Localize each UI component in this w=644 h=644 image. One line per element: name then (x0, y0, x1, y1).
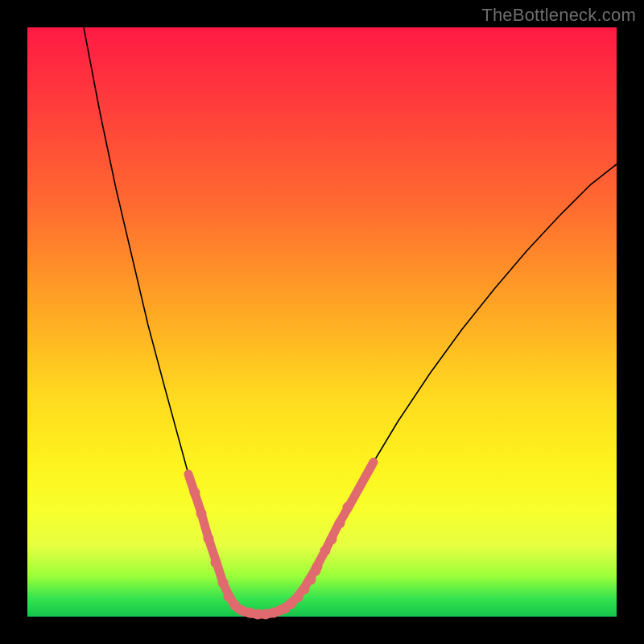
marker-dot (190, 488, 200, 498)
marker-dot (224, 592, 234, 602)
marker-dot (218, 578, 229, 588)
marker-dot (306, 575, 316, 585)
marker-dot (327, 535, 337, 545)
marker-dot (343, 502, 353, 513)
marker-dot (204, 534, 214, 544)
marker-dot (211, 558, 221, 568)
marker-dot (311, 566, 321, 576)
plot-area (27, 27, 617, 617)
marker-dot (335, 518, 345, 529)
curve-left-branch (84, 27, 238, 609)
marker-dot (320, 546, 331, 556)
marker-stroke-right (282, 462, 374, 609)
chart-frame: TheBottleneck.com (0, 0, 644, 644)
marker-dot (196, 509, 207, 519)
watermark-text: TheBottleneck.com (481, 5, 636, 26)
marker-dot (280, 604, 291, 614)
curve-layer (27, 27, 617, 617)
